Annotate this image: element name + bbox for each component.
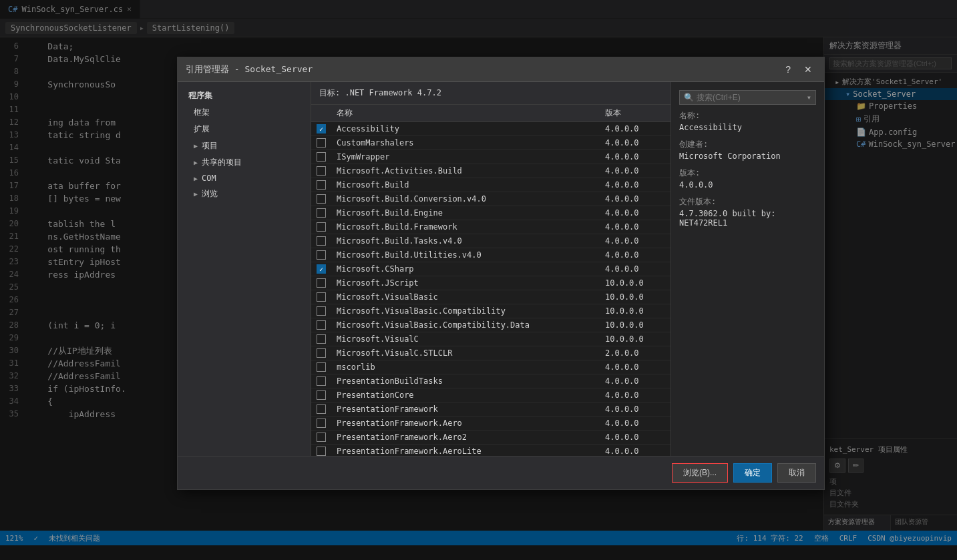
reference-row[interactable]: Microsoft.Build.Conversion.v4.0 4.0.0.0 — [311, 192, 671, 206]
reference-row[interactable]: Microsoft.VisualC.STLCLR 2.0.0.0 — [311, 346, 671, 360]
row-checkbox[interactable] — [317, 306, 337, 316]
dialog-title-bar: 引用管理器 - Socket_Server ? ✕ — [178, 57, 824, 82]
checkbox-indicator — [317, 278, 326, 288]
nav-item-browse[interactable]: ▶ 浏览 — [178, 186, 311, 202]
reference-row[interactable]: ✓ Accessibility 4.0.0.0 — [311, 122, 671, 136]
nav-item-extension[interactable]: 扩展 — [178, 121, 311, 137]
row-checkbox[interactable] — [317, 320, 337, 330]
checkbox-indicator — [317, 334, 326, 344]
reference-row[interactable]: Microsoft.Build.Engine 4.0.0.0 — [311, 206, 671, 220]
row-checkbox[interactable] — [317, 433, 337, 442]
row-checkbox[interactable] — [317, 208, 337, 218]
nav-item-com[interactable]: ▶ COM — [178, 171, 311, 186]
reference-row[interactable]: Microsoft.JScript 10.0.0.0 — [311, 276, 671, 290]
checkbox-indicator — [317, 166, 326, 176]
row-checkbox[interactable] — [317, 138, 337, 148]
col-header-name: 名称 — [337, 107, 605, 119]
cancel-button[interactable]: 取消 — [777, 463, 816, 483]
browse-button[interactable]: 浏览(B)... — [672, 463, 728, 483]
row-checkbox[interactable] — [317, 278, 337, 288]
info-file-version-value: 4.7.3062.0 built by: NET472REL1 — [679, 209, 816, 228]
row-name: Microsoft.Build.Engine — [337, 208, 605, 218]
reference-row[interactable]: Microsoft.Build 4.0.0.0 — [311, 178, 671, 192]
reference-row[interactable]: Microsoft.VisualC 10.0.0.0 — [311, 332, 671, 346]
checkbox-indicator — [317, 222, 326, 232]
col-header-check — [317, 107, 337, 119]
nav-item-shared[interactable]: ▶ 共享的项目 — [178, 154, 311, 171]
dialog-help-button[interactable]: ? — [781, 63, 795, 76]
reference-row[interactable]: ISymWrapper 4.0.0.0 — [311, 150, 671, 164]
search-icon: 🔍 — [684, 93, 694, 102]
checkbox-indicator: ✓ — [317, 124, 326, 133]
row-name: Microsoft.Build.Utilities.v4.0 — [337, 250, 605, 260]
reference-table-body[interactable]: ✓ Accessibility 4.0.0.0 CustomMarshalers… — [311, 122, 671, 456]
reference-row[interactable]: PresentationFramework.AeroLite 4.0.0.0 — [311, 445, 671, 456]
reference-row[interactable]: Microsoft.VisualBasic.Compatibility.Data… — [311, 318, 671, 332]
dialog-overlay: 引用管理器 - Socket_Server ? ✕ 程序集 框架 扩展 ▶ 项目 — [0, 0, 957, 560]
reference-row[interactable]: Microsoft.Activities.Build 4.0.0.0 — [311, 164, 671, 178]
row-name: Microsoft.VisualBasic.Compatibility — [337, 306, 605, 316]
row-checkbox[interactable] — [317, 292, 337, 302]
browse-expand-icon: ▶ — [194, 190, 198, 198]
row-version: 4.0.0.0 — [605, 166, 665, 176]
row-checkbox[interactable] — [317, 348, 337, 358]
checkbox-indicator — [317, 376, 326, 386]
reference-row[interactable]: PresentationFramework.Aero 4.0.0.0 — [311, 416, 671, 431]
reference-row[interactable]: Microsoft.Build.Tasks.v4.0 4.0.0.0 — [311, 234, 671, 248]
row-name: Microsoft.Build.Conversion.v4.0 — [337, 194, 605, 204]
reference-row[interactable]: mscorlib 4.0.0.0 — [311, 360, 671, 374]
row-checkbox[interactable]: ✓ — [317, 264, 337, 274]
row-name: Microsoft.VisualC — [337, 334, 605, 344]
reference-row[interactable]: ✓ Microsoft.CSharp 4.0.0.0 — [311, 262, 671, 276]
row-checkbox[interactable] — [317, 376, 337, 386]
row-version: 10.0.0.0 — [605, 334, 665, 344]
nav-label-framework: 框架 — [194, 107, 210, 118]
row-checkbox[interactable] — [317, 180, 337, 190]
row-version: 4.0.0.0 — [605, 418, 665, 428]
reference-row[interactable]: PresentationCore 4.0.0.0 — [311, 388, 671, 402]
search-dropdown-icon[interactable]: ▾ — [807, 93, 811, 102]
reference-row[interactable]: PresentationFramework.Aero2 4.0.0.0 — [311, 431, 671, 445]
checkbox-indicator — [317, 152, 326, 162]
reference-row[interactable]: PresentationBuildTasks 4.0.0.0 — [311, 374, 671, 388]
row-checkbox[interactable]: ✓ — [317, 124, 337, 133]
row-checkbox[interactable] — [317, 447, 337, 456]
reference-row[interactable]: Microsoft.VisualBasic.Compatibility 10.0… — [311, 304, 671, 318]
reference-row[interactable]: Microsoft.Build.Framework 4.0.0.0 — [311, 220, 671, 234]
row-name: Accessibility — [337, 124, 605, 133]
row-version: 4.0.0.0 — [605, 250, 665, 260]
row-checkbox[interactable] — [317, 418, 337, 428]
row-checkbox[interactable] — [317, 152, 337, 162]
row-checkbox[interactable] — [317, 194, 337, 204]
nav-item-project[interactable]: ▶ 项目 — [178, 137, 311, 154]
row-checkbox[interactable] — [317, 166, 337, 176]
row-name: PresentationFramework.AeroLite — [337, 447, 605, 456]
row-name: PresentationFramework — [337, 404, 605, 414]
row-checkbox[interactable] — [317, 236, 337, 246]
reference-row[interactable]: PresentationFramework 4.0.0.0 — [311, 402, 671, 416]
row-checkbox[interactable] — [317, 250, 337, 260]
nav-item-framework[interactable]: 框架 — [178, 104, 311, 121]
search-bar[interactable]: 🔍 ▾ — [679, 90, 816, 105]
row-version: 2.0.0.0 — [605, 348, 665, 358]
search-input[interactable] — [697, 93, 804, 102]
row-checkbox[interactable] — [317, 404, 337, 414]
dialog-footer: 浏览(B)... 确定 取消 — [178, 456, 824, 489]
reference-row[interactable]: Microsoft.Build.Utilities.v4.0 4.0.0.0 — [311, 248, 671, 262]
row-version: 10.0.0.0 — [605, 278, 665, 288]
ok-button[interactable]: 确定 — [733, 463, 772, 483]
row-name: Microsoft.Build.Framework — [337, 222, 605, 232]
dialog-framework-header: 目标: .NET Framework 4.7.2 — [311, 82, 671, 105]
reference-row[interactable]: Microsoft.VisualBasic 10.0.0.0 — [311, 290, 671, 304]
row-version: 4.0.0.0 — [605, 390, 665, 400]
nav-label-com: COM — [202, 174, 216, 183]
row-version: 4.0.0.0 — [605, 433, 665, 442]
dialog-close-button[interactable]: ✕ — [800, 63, 816, 76]
row-checkbox[interactable] — [317, 222, 337, 232]
row-checkbox[interactable] — [317, 362, 337, 372]
dialog-title: 引用管理器 - Socket_Server — [186, 63, 313, 75]
reference-row[interactable]: CustomMarshalers 4.0.0.0 — [311, 136, 671, 150]
checkbox-indicator — [317, 138, 326, 148]
row-checkbox[interactable] — [317, 390, 337, 400]
row-checkbox[interactable] — [317, 334, 337, 344]
